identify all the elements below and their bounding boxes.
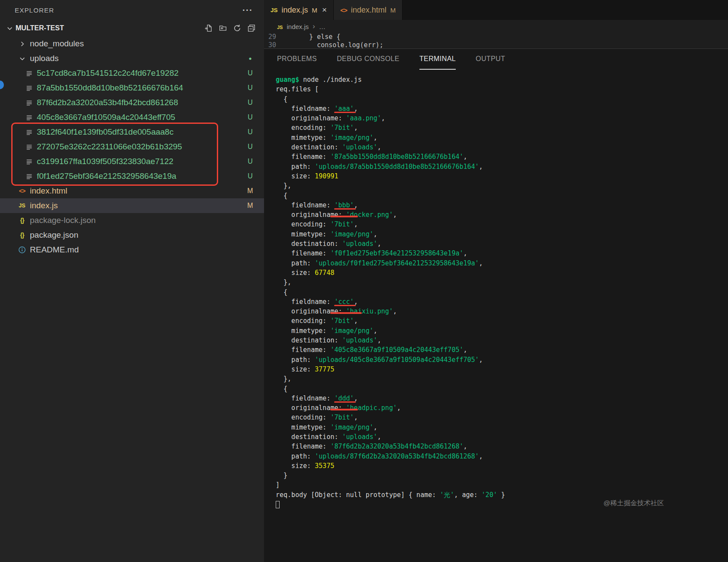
terminal-line: {	[276, 94, 728, 104]
tree-item-c3199167ffa1039f505f323830ae7122[interactable]: c3199167ffa1039f505f323830ae7122U	[0, 154, 264, 169]
more-actions-icon[interactable]: ···	[242, 8, 253, 12]
red-annotation	[334, 112, 356, 113]
panel-tab-output[interactable]: OUTPUT	[476, 49, 505, 70]
terminal-cursor	[276, 501, 280, 508]
tree-item-3812f640f1e139fb05df31de005aaa8c[interactable]: 3812f640f1e139fb05df31de005aaa8cU	[0, 125, 264, 139]
tree-item-f0f1ed275ebf364e212532958643e19a[interactable]: f0f1ed275ebf364e212532958643e19aU	[0, 169, 264, 184]
file-name: package.json	[30, 230, 78, 240]
terminal-line: mimetype: 'image/png',	[276, 229, 728, 239]
tree-item-README.md[interactable]: README.md	[0, 242, 264, 257]
panel-tab-bar: PROBLEMSDEBUG CONSOLETERMINALOUTPUT	[264, 49, 728, 70]
terminal-line: {	[276, 384, 728, 394]
editor-code-line: 30 console.log(err);	[264, 41, 728, 48]
git-status-badge: M	[245, 187, 255, 195]
js-icon: JS	[277, 23, 283, 30]
panel-tab-terminal[interactable]: TERMINAL	[419, 49, 456, 70]
file-name: 3812f640f1e139fb05df31de005aaa8c	[37, 127, 174, 137]
terminal-line: mimetype: 'image/png',	[276, 423, 728, 432]
tree-item-uploads[interactable]: uploads●	[0, 51, 264, 66]
terminal-line: path: 'uploads/87f6d2b2a32020a53b4fb42bc…	[276, 452, 728, 461]
git-status-badge: U	[245, 143, 255, 151]
vscode-window: EXPLORER ··· MULTER-TEST node_modulesupl…	[0, 0, 728, 562]
tree-item-index.js[interactable]: JSindex.jsM	[0, 198, 264, 213]
git-modified-badge: M	[312, 6, 318, 14]
terminal-line: },	[276, 181, 728, 191]
project-actions	[205, 24, 255, 32]
tree-item-87a5bb1550dd8d10be8b52166676b164[interactable]: 87a5bb1550dd8d10be8b52166676b164U	[0, 81, 264, 95]
file-icon	[24, 114, 34, 121]
file-name: 5c17cd8ca7b1541512c2c4fd67e19282	[37, 68, 179, 78]
file-name: package-lock.json	[30, 216, 96, 225]
file-name: f0f1ed275ebf364e212532958643e19a	[37, 171, 176, 181]
terminal-line: filename: '405c8e3667a9f10509a4c20443eff…	[276, 345, 728, 355]
terminal-line: size: 67748	[276, 268, 728, 278]
terminal-output[interactable]: guang$ node ./index.jsreq.files [ { fiel…	[264, 70, 728, 562]
tree-item-5c17cd8ca7b1541512c2c4fd67e19282[interactable]: 5c17cd8ca7b1541512c2c4fd67e19282U	[0, 66, 264, 81]
tree-item-node_modules[interactable]: node_modules	[0, 36, 264, 51]
git-status-badge: U	[245, 84, 255, 92]
red-annotation	[330, 409, 358, 410]
terminal-line: path: 'uploads/405c8e3667a9f10509a4c2044…	[276, 355, 728, 365]
tree-item-package.json[interactable]: {}package.json	[0, 228, 264, 242]
terminal-line: fieldname: 'bbb',	[276, 200, 728, 210]
collapse-all-icon[interactable]	[248, 24, 255, 32]
terminal-line: size: 35375	[276, 461, 728, 471]
git-status-badge: U	[245, 128, 255, 136]
json-icon: {}	[17, 232, 27, 239]
file-name: 405c8e3667a9f10509a4c20443eff705	[37, 113, 175, 122]
chevron-right-icon	[17, 40, 27, 48]
close-icon[interactable]: ×	[322, 5, 327, 15]
git-status-badge: U	[245, 99, 255, 107]
tree-item-272075e3262c22311066e032b61b3295[interactable]: 272075e3262c22311066e032b61b3295U	[0, 139, 264, 154]
tree-item-package-lock.json[interactable]: {}package-lock.json	[0, 213, 264, 228]
terminal-line: destination: 'uploads',	[276, 336, 728, 345]
new-file-icon[interactable]	[205, 24, 213, 32]
editor-tab-index.html[interactable]: <>index.htmlM	[334, 0, 403, 20]
terminal-line: req.files [	[276, 84, 728, 94]
panel-tab-problems[interactable]: PROBLEMS	[277, 49, 317, 70]
breadcrumb[interactable]: JS index.js › …	[264, 20, 728, 33]
terminal-line: originalname: 'headpic.png',	[276, 403, 728, 413]
file-icon	[24, 143, 34, 151]
tree-item-index.html[interactable]: <>index.htmlM	[0, 184, 264, 198]
terminal-line: ]	[276, 480, 728, 490]
refresh-icon[interactable]	[233, 24, 241, 32]
terminal-line: filename: 'f0f1ed275ebf364e212532958643e…	[276, 249, 728, 258]
editor-area: JSindex.jsM×<>index.htmlM JS index.js › …	[264, 0, 728, 562]
breadcrumb-file[interactable]: index.js	[287, 23, 309, 30]
git-status-badge: U	[245, 158, 255, 165]
file-name: 87f6d2b2a32020a53b4fb42bcd861268	[37, 98, 178, 107]
terminal-line: destination: 'uploads',	[276, 239, 728, 249]
file-name: node_modules	[30, 39, 84, 48]
tree-item-87f6d2b2a32020a53b4fb42bcd861268[interactable]: 87f6d2b2a32020a53b4fb42bcd861268U	[0, 95, 264, 110]
git-status-badge: M	[245, 202, 255, 210]
watermark: @稀土掘金技术社区	[603, 499, 664, 508]
terminal-line: encoding: '7bit',	[276, 316, 728, 326]
terminal-line: fieldname: 'ccc',	[276, 297, 728, 307]
terminal-line: destination: 'uploads',	[276, 142, 728, 152]
file-name: 87a5bb1550dd8d10be8b52166676b164	[37, 83, 183, 93]
chevron-down-icon	[17, 55, 27, 62]
file-icon	[24, 84, 34, 92]
explorer-title: EXPLORER	[15, 6, 54, 14]
panel-tab-debug-console[interactable]: DEBUG CONSOLE	[337, 49, 399, 70]
new-folder-icon[interactable]	[219, 24, 227, 32]
explorer-header: EXPLORER ···	[0, 0, 264, 20]
red-annotation	[334, 401, 356, 403]
breadcrumb-more[interactable]: …	[319, 23, 325, 30]
file-icon	[24, 99, 34, 107]
bottom-panel: PROBLEMSDEBUG CONSOLETERMINALOUTPUT guan…	[264, 48, 728, 562]
terminal-line: size: 190991	[276, 171, 728, 181]
file-icon	[24, 158, 34, 165]
terminal-line: encoding: '7bit',	[276, 413, 728, 422]
terminal-line: guang$ node ./index.js	[276, 75, 728, 84]
project-header[interactable]: MULTER-TEST	[0, 20, 264, 36]
terminal-line: originalname: 'aaa.png',	[276, 113, 728, 123]
editor-tab-index.js[interactable]: JSindex.jsM×	[264, 0, 334, 20]
tab-label: index.html	[351, 6, 387, 15]
file-name: index.html	[30, 186, 68, 196]
editor-code-preview: 29 } else {30 console.log(err);	[264, 33, 728, 48]
file-name: README.md	[30, 245, 79, 255]
tree-item-405c8e3667a9f10509a4c20443eff705[interactable]: 405c8e3667a9f10509a4c20443eff705U	[0, 110, 264, 125]
terminal-line: destination: 'uploads',	[276, 432, 728, 442]
